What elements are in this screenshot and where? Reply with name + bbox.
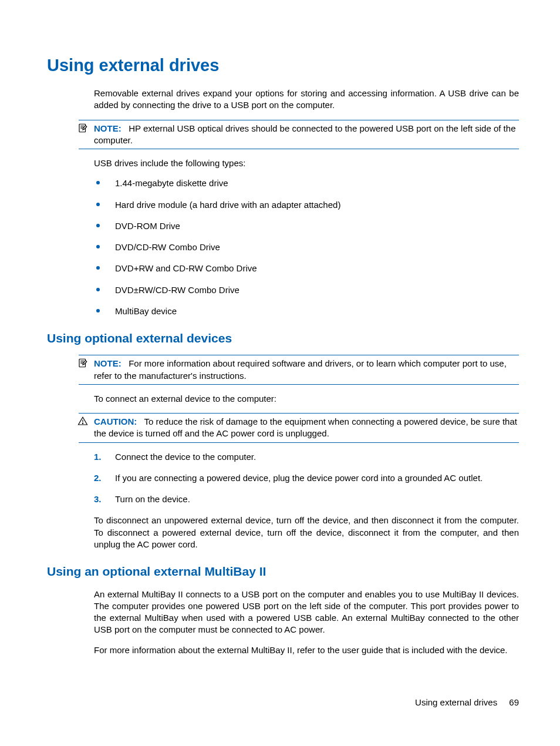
list-item: MultiBay device bbox=[115, 305, 519, 317]
list-item: 2.If you are connecting a powered device… bbox=[115, 472, 519, 484]
note-icon bbox=[77, 123, 88, 133]
list-item: DVD/CD-RW Combo Drive bbox=[115, 241, 519, 253]
caution-text bbox=[140, 416, 144, 426]
note-text bbox=[124, 123, 129, 133]
note-icon bbox=[77, 358, 88, 368]
step-number: 2. bbox=[94, 472, 102, 484]
note-callout-1: NOTE: HP external USB optical drives sho… bbox=[79, 120, 519, 150]
list-item: DVD±RW/CD-RW Combo Drive bbox=[115, 284, 519, 296]
caution-label: CAUTION: bbox=[94, 416, 137, 426]
note-body: For more information about required soft… bbox=[94, 358, 507, 380]
section-heading-optional-devices: Using optional external devices bbox=[47, 330, 519, 347]
step-number: 1. bbox=[94, 451, 102, 463]
footer-title: Using external drives bbox=[415, 697, 497, 707]
step-text: Connect the device to the computer. bbox=[115, 452, 256, 462]
intro-paragraph: Removable external drives expand your op… bbox=[94, 88, 519, 112]
list-item: 1.Connect the device to the computer. bbox=[115, 451, 519, 463]
page-footer: Using external drives 69 bbox=[415, 697, 519, 708]
list-item: 1.44-megabyte diskette drive bbox=[115, 177, 519, 189]
page-title: Using external drives bbox=[47, 54, 519, 77]
connect-lead: To connect an external device to the com… bbox=[94, 393, 519, 405]
note-callout-2: NOTE: For more information about require… bbox=[79, 355, 519, 385]
caution-body: To reduce the risk of damage to the equi… bbox=[94, 416, 517, 438]
list-item: 3.Turn on the device. bbox=[115, 493, 519, 505]
list-item: DVD+RW and CD-RW Combo Drive bbox=[115, 263, 519, 274]
caution-icon bbox=[77, 416, 88, 426]
step-text: Turn on the device. bbox=[115, 494, 190, 504]
caution-callout: CAUTION: To reduce the risk of damage to… bbox=[79, 413, 519, 443]
list-lead: USB drives include the following types: bbox=[94, 157, 519, 169]
list-item: DVD-ROM Drive bbox=[115, 220, 519, 232]
note-label: NOTE: bbox=[94, 123, 122, 133]
section-heading-multibay: Using an optional external MultiBay II bbox=[47, 563, 519, 580]
page-number: 69 bbox=[509, 697, 519, 707]
drive-types-list: 1.44-megabyte diskette drive Hard drive … bbox=[94, 177, 519, 317]
step-text: If you are connecting a powered device, … bbox=[115, 473, 483, 483]
note-body: HP external USB optical drives should be… bbox=[94, 123, 515, 145]
multibay-paragraph-1: An external MultiBay II connects to a US… bbox=[94, 589, 519, 636]
list-item: Hard drive module (a hard drive with an … bbox=[115, 199, 519, 211]
step-number: 3. bbox=[94, 493, 102, 505]
svg-point-3 bbox=[82, 423, 83, 424]
steps-list: 1.Connect the device to the computer. 2.… bbox=[94, 451, 519, 506]
note-label: NOTE: bbox=[94, 358, 122, 368]
multibay-paragraph-2: For more information about the external … bbox=[94, 644, 519, 656]
note-text bbox=[124, 358, 129, 368]
disconnect-paragraph: To disconnect an unpowered external devi… bbox=[94, 515, 519, 550]
